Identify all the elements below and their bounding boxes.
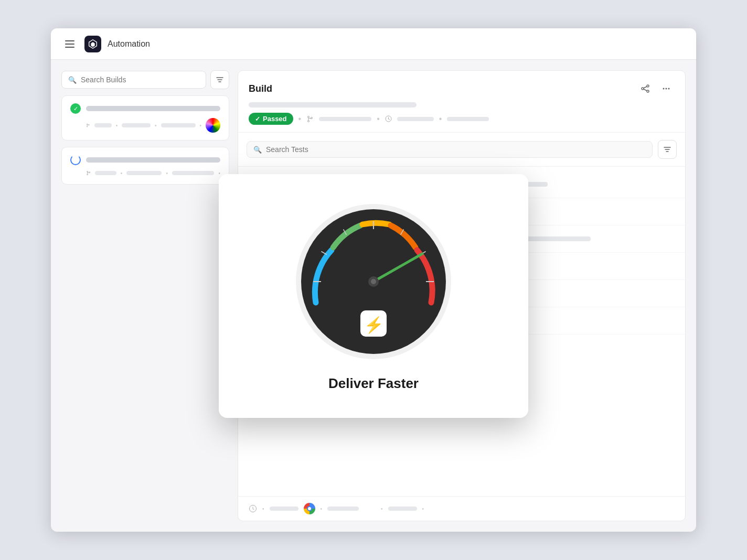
branch-icon-main <box>306 115 314 123</box>
meta-dot-6: • <box>218 170 220 176</box>
svg-point-10 <box>666 88 667 90</box>
bottom-dot-1: • <box>262 506 264 512</box>
share-button[interactable] <box>637 80 654 97</box>
build-meta-skeleton-2b <box>126 171 162 175</box>
modal-title: Deliver Faster <box>328 375 419 392</box>
search-builds-input[interactable] <box>81 76 199 84</box>
menu-button[interactable] <box>61 36 78 52</box>
rainbow-icon <box>206 118 220 133</box>
build-title-skeleton-main <box>249 102 417 107</box>
left-sidebar: 🔍 ✓ <box>61 70 229 521</box>
build-meta-skeleton-1a <box>94 123 112 127</box>
separator-3: • <box>439 114 442 124</box>
bottom-skeleton-3 <box>388 507 417 511</box>
modal-card[interactable]: ⚡ Deliver Faster <box>219 174 528 418</box>
search-tests-input[interactable] <box>266 145 646 154</box>
svg-point-0 <box>87 124 88 125</box>
svg-point-12 <box>308 116 310 117</box>
bottom-skeleton-1 <box>270 507 298 511</box>
build-meta-row-2: • • • <box>70 169 220 177</box>
search-bar: 🔍 <box>61 70 229 89</box>
apple-icon <box>364 503 376 514</box>
branch-icon <box>86 122 90 129</box>
svg-text:⚡: ⚡ <box>364 316 384 335</box>
main-meta-1 <box>319 117 371 121</box>
svg-point-6 <box>647 85 649 87</box>
build-card-2[interactable]: • • • <box>61 147 229 185</box>
branch-icon-2 <box>86 169 91 177</box>
svg-point-3 <box>87 171 88 172</box>
main-content: 🔍 ✓ <box>51 60 696 532</box>
build-title-skeleton-2 <box>86 157 220 163</box>
meta-dot-5: • <box>166 170 168 176</box>
build-panel-actions <box>637 80 675 97</box>
bottom-dot-2: • <box>321 506 323 512</box>
svg-point-7 <box>642 88 644 90</box>
svg-point-9 <box>663 88 665 90</box>
tests-filter-button[interactable] <box>658 140 677 159</box>
svg-point-8 <box>647 90 649 92</box>
top-bar: Automation <box>51 28 696 60</box>
bottom-bar: • • • • <box>238 496 685 521</box>
bottom-dot-4: • <box>422 506 424 512</box>
build-meta-skeleton-1c <box>161 123 196 127</box>
main-meta-2 <box>397 117 434 121</box>
filter-button[interactable] <box>210 70 229 89</box>
app-title: Automation <box>108 39 150 49</box>
meta-dot-1: • <box>116 123 118 128</box>
build-panel-header: Build <box>238 71 685 133</box>
search-icon: 🔍 <box>68 76 77 84</box>
build-title-skeleton <box>86 106 220 111</box>
meta-dot-3: • <box>200 123 202 128</box>
build-panel-top: Build <box>249 80 675 97</box>
app-logo <box>84 36 101 52</box>
main-meta-3 <box>447 117 489 121</box>
separator-1: • <box>298 114 302 124</box>
passed-badge: ✓ Passed <box>249 113 293 125</box>
status-running-icon <box>70 155 81 165</box>
app-window: Automation 🔍 ✓ <box>51 28 696 532</box>
build-meta-skeleton-1b <box>122 123 151 127</box>
speedometer-container: ⚡ <box>292 200 455 363</box>
passed-label: Passed <box>263 115 287 123</box>
tests-top: 🔍 <box>238 133 685 167</box>
status-passed-icon: ✓ <box>70 103 81 114</box>
svg-point-1 <box>87 126 88 127</box>
clock-icon-bottom <box>249 504 257 513</box>
svg-point-4 <box>87 174 88 175</box>
build-meta-skeleton-2a <box>95 171 116 175</box>
build-meta-row-1: • • • <box>70 118 220 133</box>
speedometer-svg: ⚡ <box>292 200 455 363</box>
build-meta-skeleton-2c <box>172 171 215 175</box>
search-tests-icon: 🔍 <box>253 146 262 154</box>
search-builds-wrapper[interactable]: 🔍 <box>61 71 206 89</box>
svg-point-11 <box>668 88 670 90</box>
meta-dot-2: • <box>155 123 157 128</box>
build-card-2-header <box>70 155 220 165</box>
more-options-button[interactable] <box>658 80 675 97</box>
build-card-1[interactable]: ✓ • • • <box>61 95 229 141</box>
separator-2: • <box>377 114 380 124</box>
meta-dot-4: • <box>121 170 123 176</box>
build-panel-title: Build <box>249 83 272 94</box>
bottom-dot-3: • <box>381 506 383 512</box>
build-card-1-header: ✓ <box>70 103 220 114</box>
build-meta-row-main: ✓ Passed • • <box>249 113 675 125</box>
svg-point-13 <box>308 120 310 122</box>
search-tests-wrapper[interactable]: 🔍 <box>247 141 653 158</box>
bottom-skeleton-2 <box>327 507 359 511</box>
svg-point-28 <box>371 279 376 284</box>
passed-check-icon: ✓ <box>255 115 260 123</box>
chrome-icon <box>304 503 315 514</box>
clock-icon <box>385 115 392 122</box>
